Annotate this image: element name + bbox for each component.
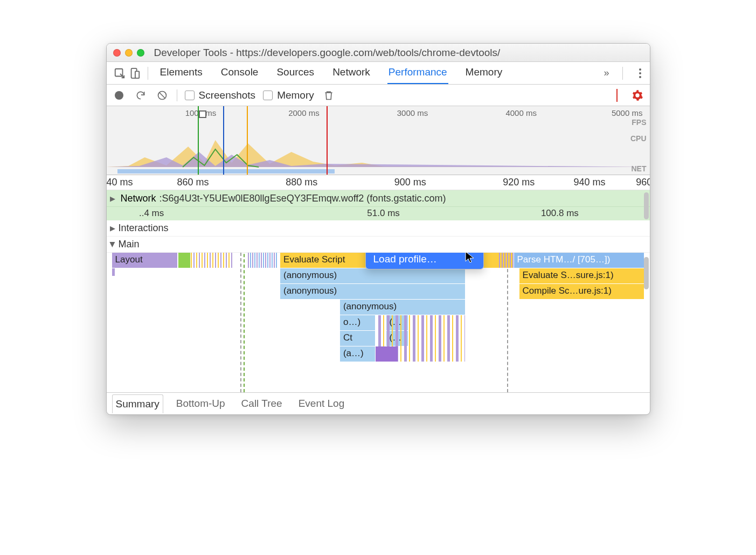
overview-marker	[247, 106, 248, 175]
overview-cpu-graph	[107, 136, 650, 168]
devtools-window: Developer Tools - https://developers.goo…	[106, 43, 650, 415]
panel-tabs: ElementsConsoleSourcesNetworkPerformance…	[159, 63, 604, 84]
ruler-tick: 900 ms	[394, 177, 426, 188]
overview-tick: 3000 ms	[397, 108, 428, 117]
devtools-tabbar: ElementsConsoleSourcesNetworkPerformance…	[107, 62, 650, 85]
flame-segment[interactable]: Compile Sc…ure.js:1)	[519, 284, 644, 299]
device-toggle-icon[interactable]	[127, 66, 142, 81]
window-controls	[113, 49, 144, 57]
context-menu: Save profile… Load profile…	[365, 253, 484, 269]
main-track-header[interactable]: ▶ Main	[107, 237, 650, 253]
collapse-icon[interactable]: ▶	[108, 242, 116, 247]
tab-memory[interactable]: Memory	[464, 63, 504, 84]
flame-sliver	[112, 268, 115, 276]
frame-time-2: 100.8 ms	[541, 208, 579, 219]
ruler-tick: 860 ms	[177, 177, 209, 188]
capture-settings-icon[interactable]	[630, 88, 644, 102]
overview-selection-handle[interactable]	[199, 110, 206, 118]
tab-console[interactable]: Console	[220, 63, 260, 84]
scrollbar-thumb[interactable]	[644, 192, 649, 219]
flame-segment[interactable]: Parse HTM…/ [705…])	[514, 253, 644, 268]
scrollbar-thumb[interactable]	[644, 257, 649, 289]
close-window-button[interactable]	[113, 49, 121, 57]
flame-segment[interactable]: (anonymous)	[280, 268, 465, 283]
details-tab-bottom-up[interactable]: Bottom-Up	[173, 394, 228, 413]
tab-sources[interactable]: Sources	[275, 63, 315, 84]
svg-rect-2	[135, 71, 138, 78]
fps-lane-label: FPS	[632, 118, 646, 127]
frames-track[interactable]: ..4 ms 51.0 ms 100.8 ms	[107, 206, 650, 220]
flame-chart[interactable]: LayoutEvaluate ScriptParse HTM…/ [705…])…	[107, 253, 650, 393]
ruler-tick: 40 ms	[107, 177, 133, 188]
timeline-overview[interactable]: 1000 ms2000 ms3000 ms4000 ms5000 ms FPS …	[107, 106, 650, 175]
zoom-window-button[interactable]	[137, 49, 144, 57]
overview-tick: 5000 ms	[612, 108, 643, 117]
flame-segment[interactable]: Evaluate S…sure.js:1)	[519, 268, 644, 283]
frame-time-1: 51.0 ms	[367, 208, 399, 219]
flame-segment[interactable]: (anonymous)	[280, 284, 465, 299]
tab-network[interactable]: Network	[331, 63, 371, 84]
flame-segment[interactable]: (a…)	[340, 346, 376, 362]
tab-elements[interactable]: Elements	[159, 63, 204, 84]
details-tab-call-tree[interactable]: Call Tree	[238, 394, 286, 413]
expand-icon[interactable]: ▶	[110, 224, 115, 232]
kebab-menu-icon[interactable]	[636, 65, 644, 81]
network-track-label: Network	[121, 193, 156, 204]
details-tab-event-log[interactable]: Event Log	[295, 394, 348, 413]
expand-icon[interactable]: ▶	[110, 195, 115, 203]
performance-toolbar: Screenshots Memory	[107, 85, 650, 106]
tab-performance[interactable]: Performance	[387, 63, 448, 84]
overview-net-bar	[107, 168, 650, 175]
ruler-tick: 940 ms	[573, 177, 605, 188]
flame-segment[interactable]: Ct	[340, 331, 376, 346]
flame-stripes	[376, 346, 397, 362]
flame-row-3: (anonymous)	[107, 300, 650, 315]
flame-row-2: (anonymous)Compile Sc…ure.js:1)	[107, 284, 650, 299]
screenshots-checkbox[interactable]: Screenshots	[185, 89, 256, 101]
minimize-window-button[interactable]	[125, 49, 133, 57]
frame-time-0: ..4 ms	[139, 208, 164, 219]
overview-marker	[327, 106, 328, 175]
flame-segment[interactable]: o…)	[340, 315, 376, 330]
clear-button[interactable]	[155, 88, 169, 102]
garbage-collect-button[interactable]	[322, 88, 336, 102]
network-track[interactable]: ▶ Network :S6g4U3t-Y5UEw0lE80llgEseQY3FE…	[107, 190, 650, 206]
overview-tick: 4000 ms	[505, 108, 537, 117]
context-menu-load-profile[interactable]: Load profile…	[366, 253, 483, 269]
ruler-tick: 960	[636, 177, 650, 188]
record-button[interactable]	[112, 88, 126, 102]
flame-segment[interactable]: Layout	[112, 253, 177, 268]
memory-checkbox[interactable]: Memory	[263, 89, 314, 101]
inspect-element-icon[interactable]	[112, 66, 127, 81]
window-title: Developer Tools - https://developers.goo…	[154, 47, 501, 59]
ruler-tick: 880 ms	[286, 177, 317, 188]
warning-divider	[616, 89, 618, 102]
flame-segment[interactable]: (anonymous)	[340, 300, 465, 315]
flame-row-1: (anonymous)Evaluate S…sure.js:1)	[107, 268, 650, 283]
overflow-icon[interactable]: »	[604, 67, 609, 79]
interactions-track[interactable]: ▶ Interactions	[107, 220, 650, 237]
svg-line-4	[159, 93, 165, 98]
titlebar: Developer Tools - https://developers.goo…	[107, 44, 650, 62]
ruler-tick: 920 ms	[503, 177, 535, 188]
main-label: Main	[119, 239, 140, 250]
timeline-ruler[interactable]: 40 ms860 ms880 ms900 ms920 ms940 ms960	[107, 175, 650, 190]
overview-tick: 2000 ms	[288, 108, 320, 117]
overview-marker	[223, 106, 224, 175]
details-tab-summary[interactable]: Summary	[112, 394, 163, 413]
network-request-text: :S6g4U3t-Y5UEw0lE80llgEseQY3FEmqw.woff2 …	[159, 193, 446, 204]
details-tabbar: SummaryBottom-UpCall TreeEvent Log	[107, 393, 650, 414]
interactions-label: Interactions	[119, 223, 169, 234]
flame-segment[interactable]	[178, 253, 190, 268]
memory-label: Memory	[277, 89, 314, 101]
performance-panel: 1000 ms2000 ms3000 ms4000 ms5000 ms FPS …	[107, 106, 650, 393]
screenshots-label: Screenshots	[199, 89, 256, 101]
reload-record-button[interactable]	[134, 88, 148, 102]
